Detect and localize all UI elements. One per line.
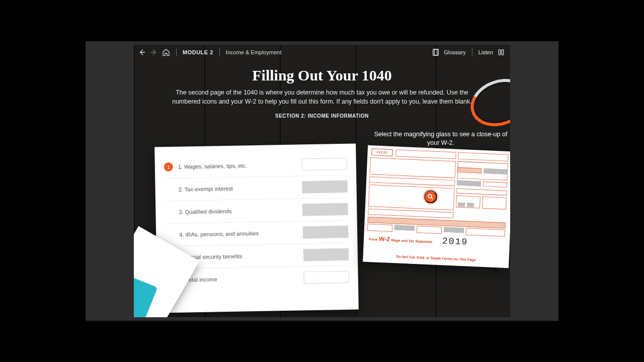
row-label: 2. Tax-exempt interest [179, 185, 297, 193]
svg-point-4 [428, 194, 432, 198]
form-row: 1 1. Wages, salaries, tips, etc. [164, 153, 347, 178]
dividends-input [302, 203, 348, 216]
stage-outer: MODULE 2 Income & Employment Glossary Li… [86, 41, 558, 321]
svg-rect-0 [433, 49, 437, 55]
audio-icon[interactable] [497, 48, 505, 56]
listen-link[interactable]: Listen [478, 49, 493, 55]
tax-exempt-input [302, 180, 347, 194]
hero: Filling Out Your 1040 The second page of… [134, 67, 510, 119]
wages-input[interactable] [302, 158, 347, 171]
ss-benefits-input [303, 248, 349, 261]
form-row: 2. Tax-exempt interest [164, 175, 348, 201]
step-dot-1: 1 [164, 162, 173, 171]
back-icon[interactable] [138, 48, 146, 56]
topbar-right: Glossary Listen [432, 48, 510, 56]
topbar-left: MODULE 2 Income & Employment [134, 48, 282, 56]
form-row: 4. IRAs, pensions, and annuities [165, 221, 349, 246]
row-label: 5. Social security benefits [180, 252, 298, 260]
topbar-separator [472, 48, 472, 56]
topbar-separator [176, 48, 177, 56]
total-income-input[interactable] [304, 271, 349, 284]
page-title: Income & Employment [226, 49, 282, 55]
topbar: MODULE 2 Income & Employment Glossary Li… [134, 45, 510, 60]
w2-no-cut-warning: Do Not Cut, Fold, or Staple Forms on Thi… [363, 253, 509, 263]
forward-icon[interactable] [150, 48, 158, 56]
row-label: 3. Qualified dividends [179, 207, 297, 215]
row-label: 4. IRAs, pensions, and annuities [179, 230, 298, 238]
w2-year: 2019 [442, 236, 468, 247]
form-1040-card: 1 1. Wages, salaries, tips, etc. 2. Tax-… [154, 144, 359, 313]
w2-grid [367, 148, 510, 248]
hero-subtitle: The second page of the 1040 is where you… [161, 88, 483, 106]
iras-input [303, 226, 348, 239]
svg-rect-1 [435, 49, 439, 55]
topbar-separator [219, 48, 220, 56]
row-label: 6. Total income [180, 275, 299, 283]
hero-title: Filling Out Your 1040 [134, 67, 510, 84]
svg-rect-3 [502, 50, 503, 55]
w2-document: 22222 [363, 145, 510, 268]
form-row: 3. Qualified dividends [165, 198, 348, 224]
glossary-link[interactable]: Glossary [444, 49, 465, 55]
w2-hint-text: Select the magnifying glass to see a clo… [370, 130, 510, 147]
row-label: 1. Wages, salaries, tips, etc. [178, 162, 297, 170]
lesson-stage: MODULE 2 Income & Employment Glossary Li… [134, 45, 510, 317]
home-icon[interactable] [162, 48, 170, 56]
svg-rect-2 [499, 50, 500, 55]
section-label: SECTION 2: INCOME INFORMATION [134, 113, 510, 119]
module-label: MODULE 2 [183, 49, 213, 55]
glossary-icon[interactable] [432, 48, 440, 56]
